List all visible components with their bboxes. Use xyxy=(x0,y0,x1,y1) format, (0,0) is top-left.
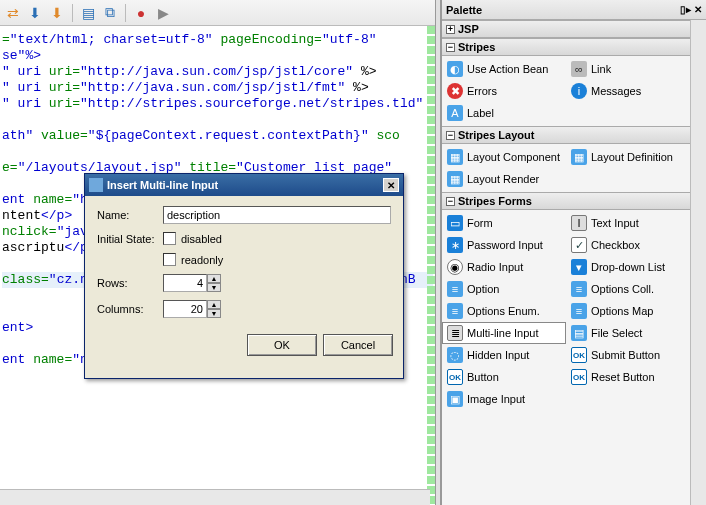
submit-icon: OK xyxy=(571,347,587,363)
palette-close-icon[interactable]: ✕ xyxy=(694,4,702,15)
checkbox-icon: ✓ xyxy=(571,237,587,253)
cols-up[interactable]: ▲ xyxy=(207,300,221,309)
info-icon: i xyxy=(571,83,587,99)
palette-item-link[interactable]: ∞Link xyxy=(566,58,690,80)
ok-button[interactable]: OK xyxy=(247,334,317,356)
palette-item-form[interactable]: ▭Form xyxy=(442,212,566,234)
label-icon: A xyxy=(447,105,463,121)
category-label: Stripes Forms xyxy=(458,195,532,207)
palette-minimize-icon[interactable]: ▯▸ xyxy=(680,4,691,15)
option-icon: ≡ xyxy=(571,303,587,319)
palette-item-layout-render[interactable]: ▦Layout Render xyxy=(442,168,566,190)
palette-item-multi-line-input[interactable]: ≣Multi-line Input xyxy=(442,322,566,344)
palette-item-hidden-input[interactable]: ◌Hidden Input xyxy=(442,344,566,366)
reset-icon: OK xyxy=(571,369,587,385)
category-label: Stripes xyxy=(458,41,495,53)
category-stripes[interactable]: Stripes xyxy=(442,38,690,56)
option-icon: ≡ xyxy=(571,281,587,297)
palette-item-checkbox[interactable]: ✓Checkbox xyxy=(566,234,690,256)
rows-down[interactable]: ▼ xyxy=(207,283,221,292)
password-icon: ∗ xyxy=(447,237,463,253)
separator xyxy=(125,4,126,22)
palette-item-reset-button[interactable]: OKReset Button xyxy=(566,366,690,388)
palette-item-button[interactable]: OKButton xyxy=(442,366,566,388)
palette-item-password-input[interactable]: ∗Password Input xyxy=(442,234,566,256)
name-input[interactable] xyxy=(163,206,391,224)
hidden-icon: ◌ xyxy=(447,347,463,363)
palette-item-use-action-bean[interactable]: ◐Use Action Bean xyxy=(442,58,566,80)
readonly-checkbox[interactable] xyxy=(163,253,176,266)
palette-item-text-input[interactable]: IText Input xyxy=(566,212,690,234)
readonly-label: readonly xyxy=(181,254,223,266)
palette-item-radio-input[interactable]: ◉Radio Input xyxy=(442,256,566,278)
palette-item-dropdown[interactable]: ▾Drop-down List xyxy=(566,256,690,278)
collapse-icon[interactable] xyxy=(446,197,455,206)
palette-panel: Palette ▯▸ ✕ JSP Stripes ◐Use Action Bea… xyxy=(441,0,706,505)
category-stripes-layout[interactable]: Stripes Layout xyxy=(442,126,690,144)
layout-icon: ▦ xyxy=(447,171,463,187)
palette-item-options-map[interactable]: ≡Options Map xyxy=(566,300,690,322)
palette-title: Palette xyxy=(446,4,482,16)
palette-item-submit-button[interactable]: OKSubmit Button xyxy=(566,344,690,366)
category-label: JSP xyxy=(458,23,479,35)
option-icon: ≡ xyxy=(447,303,463,319)
button-icon: OK xyxy=(447,369,463,385)
expand-icon[interactable] xyxy=(446,25,455,34)
option-icon: ≡ xyxy=(447,281,463,297)
horizontal-scrollbar[interactable] xyxy=(0,489,430,505)
palette-item-options-coll[interactable]: ≡Options Coll. xyxy=(566,278,690,300)
collapse-icon[interactable] xyxy=(446,131,455,140)
category-stripes-forms[interactable]: Stripes Forms xyxy=(442,192,690,210)
rows-up[interactable]: ▲ xyxy=(207,274,221,283)
link-icon: ∞ xyxy=(571,61,587,77)
forms-items: ▭Form IText Input ∗Password Input ✓Check… xyxy=(442,210,690,412)
palette-item-image-input[interactable]: ▣Image Input xyxy=(442,388,566,410)
record-icon[interactable]: ● xyxy=(132,4,150,22)
collapse-icon[interactable] xyxy=(446,43,455,52)
category-jsp[interactable]: JSP xyxy=(442,20,690,38)
palette-title-bar: Palette ▯▸ ✕ xyxy=(442,0,706,20)
rows-label: Rows: xyxy=(97,277,163,289)
disabled-checkbox[interactable] xyxy=(163,232,176,245)
close-button[interactable]: ✕ xyxy=(383,178,399,192)
arrow-down-blue-icon[interactable]: ⬇ xyxy=(26,4,44,22)
palette-item-errors[interactable]: ✖Errors xyxy=(442,80,566,102)
palette-item-label[interactable]: ALabel xyxy=(442,102,566,124)
page-stack-icon[interactable]: ▤ xyxy=(79,4,97,22)
name-label: Name: xyxy=(97,209,163,221)
columns-input[interactable] xyxy=(163,300,207,318)
dialog-body: Name: Initial State: disabled readonly R… xyxy=(85,196,403,328)
dialog-icon xyxy=(89,178,103,192)
rows-input[interactable] xyxy=(163,274,207,292)
layout-items: ▦Layout Component ▦Layout Definition ▦La… xyxy=(442,144,690,192)
arrow-down-orange-icon[interactable]: ⬇ xyxy=(48,4,66,22)
multiline-icon: ≣ xyxy=(447,325,463,341)
layout-icon: ▦ xyxy=(571,149,587,165)
radio-icon: ◉ xyxy=(447,259,463,275)
image-icon: ▣ xyxy=(447,391,463,407)
form-icon: ▭ xyxy=(447,215,463,231)
disabled-label: disabled xyxy=(181,233,222,245)
palette-item-file-select[interactable]: ▤File Select xyxy=(566,322,690,344)
palette-item-layout-definition[interactable]: ▦Layout Definition xyxy=(566,146,690,168)
layout-icon: ▦ xyxy=(447,149,463,165)
category-label: Stripes Layout xyxy=(458,129,534,141)
swap-icon[interactable]: ⇄ xyxy=(4,4,22,22)
dialog-title: Insert Multi-line Input xyxy=(107,179,218,191)
cols-down[interactable]: ▼ xyxy=(207,309,221,318)
insert-multiline-dialog: Insert Multi-line Input ✕ Name: Initial … xyxy=(84,173,404,379)
palette-scrollbar[interactable] xyxy=(690,20,706,505)
dialog-title-bar[interactable]: Insert Multi-line Input ✕ xyxy=(85,174,403,196)
page-swap-icon[interactable]: ⧉ xyxy=(101,4,119,22)
palette-item-messages[interactable]: iMessages xyxy=(566,80,690,102)
dropdown-icon: ▾ xyxy=(571,259,587,275)
file-icon: ▤ xyxy=(571,325,587,341)
palette-item-options-enum[interactable]: ≡Options Enum. xyxy=(442,300,566,322)
palette-item-layout-component[interactable]: ▦Layout Component xyxy=(442,146,566,168)
error-icon: ✖ xyxy=(447,83,463,99)
palette-item-option[interactable]: ≡Option xyxy=(442,278,566,300)
cancel-button[interactable]: Cancel xyxy=(323,334,393,356)
dialog-buttons: OK Cancel xyxy=(85,328,403,366)
stripes-items: ◐Use Action Bean ∞Link ✖Errors iMessages… xyxy=(442,56,690,126)
play-icon[interactable]: ▶ xyxy=(154,4,172,22)
